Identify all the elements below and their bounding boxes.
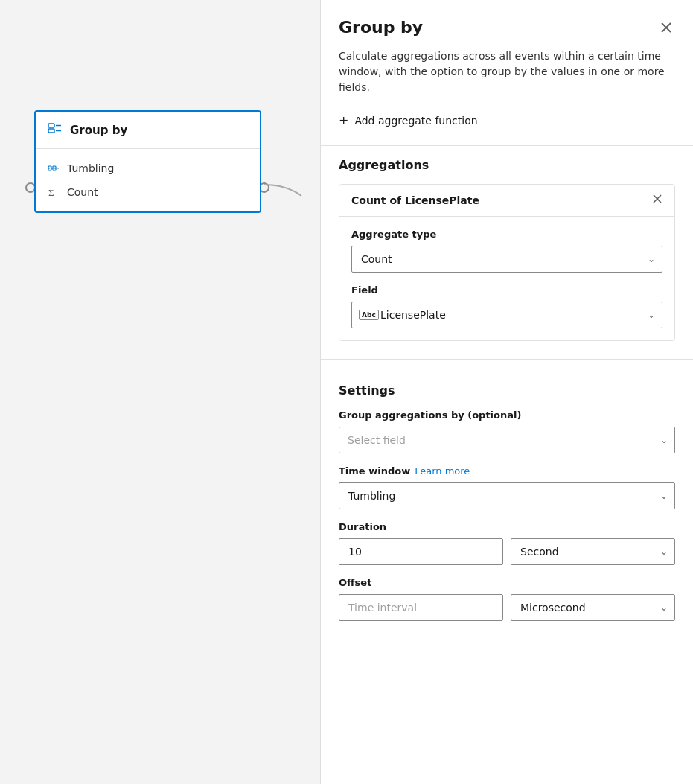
duration-input[interactable] — [339, 538, 503, 565]
add-aggregate-button[interactable]: + Add aggregate function — [339, 107, 675, 133]
node-header: Group by — [36, 112, 260, 149]
duration-field: Duration Millisecond Second Minute Hour … — [339, 521, 675, 565]
field-label: Field — [351, 284, 662, 296]
node-title: Group by — [70, 124, 127, 137]
aggregation-card-body: Aggregate type Count Sum Avg Min Max ⌄ F… — [339, 217, 674, 340]
svg-rect-1 — [48, 129, 54, 133]
field-type-badge: Abc — [359, 310, 379, 320]
panel-description: Calculate aggregations across all events… — [321, 48, 693, 107]
curve-connector — [264, 170, 324, 200]
add-aggregate-label: Add aggregate function — [354, 115, 477, 127]
aggregate-type-select[interactable]: Count Sum Avg Min Max — [351, 246, 662, 273]
group-by-icon — [48, 122, 63, 138]
tumbling-label: Tumbling — [67, 162, 114, 174]
svg-rect-0 — [48, 124, 54, 127]
learn-more-link[interactable]: Learn more — [415, 465, 470, 477]
time-window-field: Time window Learn more Tumbling Hopping … — [339, 465, 675, 509]
section-divider — [321, 145, 693, 146]
duration-unit-wrapper: Millisecond Second Minute Hour Day ⌄ — [511, 538, 675, 565]
offset-row: Microsecond Millisecond Second Minute Ho… — [339, 594, 675, 621]
duration-input-wrapper — [339, 538, 503, 565]
aggregation-card: Count of LicensePlate Aggregate type Cou… — [339, 184, 675, 341]
tumbling-item: Tumbling — [36, 156, 260, 180]
node-card: Group by Tumbling Σ — [34, 110, 261, 213]
panel-close-button[interactable] — [657, 19, 675, 36]
count-label: Count — [67, 186, 98, 198]
duration-row: Millisecond Second Minute Hour Day ⌄ — [339, 538, 675, 565]
tumbling-icon — [48, 163, 60, 173]
abc-badge: Abc — [359, 310, 379, 320]
group-agg-select[interactable] — [339, 427, 675, 453]
settings-section: Settings Group aggregations by (optional… — [321, 372, 693, 645]
aggregation-card-title: Count of LicensePlate — [351, 194, 479, 206]
close-icon — [660, 22, 672, 34]
plus-icon: + — [339, 113, 348, 127]
offset-field: Offset Microsecond Millisecond Second Mi… — [339, 577, 675, 621]
settings-divider — [321, 359, 693, 360]
aggregation-close-button[interactable] — [652, 194, 662, 207]
offset-unit-select[interactable]: Microsecond Millisecond Second Minute Ho… — [511, 594, 675, 621]
aggregation-card-header: Count of LicensePlate — [339, 185, 674, 217]
svg-text:Σ: Σ — [48, 187, 54, 198]
aggregate-type-label: Aggregate type — [351, 229, 662, 240]
time-window-label: Time window — [339, 465, 410, 477]
group-agg-field: Group aggregations by (optional) Select … — [339, 409, 675, 453]
field-select[interactable]: LicensePlate — [351, 302, 662, 328]
count-item: Σ Count — [36, 180, 260, 204]
aggregations-section: Aggregations Count of LicensePlate Aggre… — [321, 158, 693, 353]
node-items: Tumbling Σ Count — [36, 149, 260, 211]
aggregate-type-dropdown-wrapper: Count Sum Avg Min Max ⌄ — [351, 246, 662, 273]
duration-label: Duration — [339, 521, 675, 532]
time-window-label-row: Time window Learn more — [339, 465, 675, 477]
offset-input-wrapper — [339, 594, 503, 621]
sigma-icon: Σ — [48, 186, 60, 198]
panel-header: Group by — [321, 0, 693, 48]
time-window-dropdown-wrapper: Tumbling Hopping Sliding Snapshot ⌄ — [339, 482, 675, 509]
field-dropdown-wrapper: Abc LicensePlate ⌄ — [351, 302, 662, 328]
settings-title: Settings — [339, 383, 675, 398]
offset-input[interactable] — [339, 594, 503, 621]
canvas-area: Group by Tumbling Σ — [0, 0, 320, 784]
time-window-select[interactable]: Tumbling Hopping Sliding Snapshot — [339, 482, 675, 509]
right-panel: Group by Calculate aggregations across a… — [320, 0, 693, 784]
offset-unit-wrapper: Microsecond Millisecond Second Minute Ho… — [511, 594, 675, 621]
group-agg-label: Group aggregations by (optional) — [339, 409, 675, 421]
aggregations-title: Aggregations — [339, 158, 675, 172]
group-agg-dropdown-wrapper: Select field ⌄ — [339, 427, 675, 453]
offset-label: Offset — [339, 577, 675, 588]
aggregation-close-icon — [652, 194, 662, 204]
duration-unit-select[interactable]: Millisecond Second Minute Hour Day — [511, 538, 675, 565]
panel-title: Group by — [339, 18, 423, 36]
